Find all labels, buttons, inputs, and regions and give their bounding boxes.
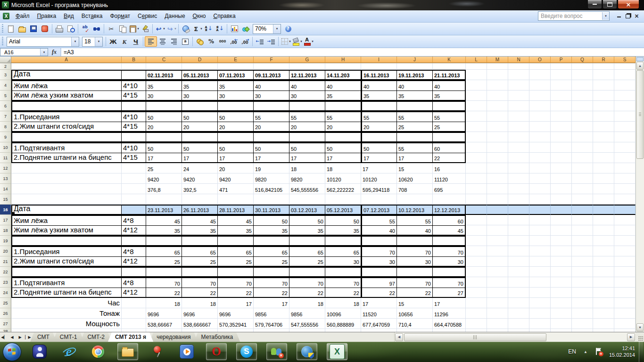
cell-l19[interactable]	[466, 236, 487, 246]
cell-r24[interactable]	[593, 288, 614, 298]
action-center-flag-icon[interactable]	[595, 347, 603, 356]
cell-o4[interactable]	[529, 80, 551, 90]
cell-c26[interactable]: 9696	[146, 308, 182, 319]
italic-button[interactable]: К	[119, 36, 130, 47]
cell-b7[interactable]: 4*10	[122, 111, 146, 122]
cell-s19[interactable]	[614, 236, 636, 246]
select-all-corner[interactable]	[0, 57, 11, 63]
cell-j22[interactable]	[397, 267, 433, 277]
cell-p19[interactable]	[551, 236, 572, 246]
cell-d27[interactable]: 538,666667	[182, 319, 218, 329]
cell-i13[interactable]: 10120	[361, 173, 397, 184]
cell-o3[interactable]	[529, 70, 551, 80]
cell-j10[interactable]: 55	[397, 142, 433, 153]
fill-handle[interactable]	[12, 212, 15, 215]
cell-f13[interactable]: 9820	[254, 173, 289, 184]
cell-m11[interactable]	[487, 153, 508, 163]
row-header-20[interactable]: 20	[0, 246, 11, 256]
cell-i15[interactable]	[361, 194, 397, 205]
network-app-taskbar-button[interactable]	[297, 343, 317, 360]
cell-f27[interactable]: 579,764706	[254, 319, 289, 329]
menu-edit[interactable]: Правка	[33, 11, 60, 21]
cell-e23[interactable]: 70	[218, 277, 254, 288]
cell-i27[interactable]: 677,647059	[361, 319, 397, 329]
cell-s27[interactable]	[614, 319, 636, 329]
cell-f3[interactable]: 09.11.2013	[254, 70, 289, 80]
cell-j11[interactable]: 17	[397, 153, 433, 163]
cell-c5[interactable]: 30	[146, 90, 182, 101]
cell-p3[interactable]	[551, 70, 572, 80]
cell-p13[interactable]	[551, 173, 572, 184]
cell-n13[interactable]	[508, 173, 529, 184]
menu-data[interactable]: Данные	[161, 11, 189, 21]
cell-o26[interactable]	[529, 308, 551, 319]
paste-button[interactable]	[128, 24, 140, 34]
cell-g21[interactable]: 25	[289, 256, 325, 267]
cell-a11[interactable]: 2.Поднятие штанги на бицепс	[11, 153, 122, 163]
cell-a27[interactable]: Мощность	[11, 319, 122, 329]
cell-l21[interactable]	[466, 256, 487, 267]
cell-o7[interactable]	[529, 111, 551, 122]
cell-r13[interactable]	[593, 173, 614, 184]
cell-h8[interactable]: 20	[325, 122, 361, 132]
cell-j13[interactable]: 10620	[397, 173, 433, 184]
cell-g8[interactable]: 20	[289, 122, 325, 132]
cell-g2[interactable]	[289, 63, 325, 70]
cell-s20[interactable]	[614, 246, 636, 256]
cell-p5[interactable]	[551, 90, 572, 101]
workbook-minimize-button[interactable]	[614, 13, 623, 20]
merge-center-button[interactable]	[180, 36, 191, 47]
column-header-m[interactable]: M	[487, 57, 508, 63]
cell-g4[interactable]: 40	[289, 80, 325, 90]
cell-n2[interactable]	[508, 63, 529, 70]
cell-p8[interactable]	[551, 122, 572, 132]
cell-h23[interactable]: 70	[325, 277, 361, 288]
cell-l2[interactable]	[466, 63, 487, 70]
cell-r18[interactable]	[593, 225, 614, 236]
cell-o16[interactable]	[529, 205, 551, 215]
cell-j9[interactable]	[397, 132, 433, 142]
cell-b25[interactable]	[122, 298, 146, 308]
column-header-d[interactable]: D	[182, 57, 218, 63]
cell-r25[interactable]	[593, 298, 614, 308]
cell-q15[interactable]	[572, 194, 593, 205]
cell-g19[interactable]	[289, 236, 325, 246]
cell-d23[interactable]: 70	[182, 277, 218, 288]
cell-q22[interactable]	[572, 267, 593, 277]
formula-input[interactable]: =A3	[61, 48, 644, 56]
row-header-21[interactable]: 21	[0, 256, 11, 267]
cell-m20[interactable]	[487, 246, 508, 256]
cell-i6[interactable]	[361, 101, 397, 111]
cell-i2[interactable]	[361, 63, 397, 70]
cell-q27[interactable]	[572, 319, 593, 329]
cell-a15[interactable]	[11, 194, 122, 205]
cell-q16[interactable]	[572, 205, 593, 215]
cell-m17[interactable]	[487, 215, 508, 225]
cell-c6[interactable]	[146, 101, 182, 111]
borders-button[interactable]	[280, 36, 291, 47]
row-header-14[interactable]: 14	[0, 184, 11, 194]
row-header-4[interactable]: 4	[0, 80, 11, 90]
row-header-15[interactable]: 15	[0, 194, 11, 205]
cell-p18[interactable]	[551, 225, 572, 236]
cell-r27[interactable]	[593, 319, 614, 329]
cell-d15[interactable]	[182, 194, 218, 205]
sheet-tab-cheredovaniya[interactable]: чередования	[149, 332, 198, 342]
cell-n14[interactable]	[508, 184, 529, 194]
cell-l9[interactable]	[466, 132, 487, 142]
help-button[interactable]	[282, 24, 294, 34]
cell-k16[interactable]: 12.12.2013	[433, 205, 466, 215]
cell-c20[interactable]: 65	[146, 246, 182, 256]
cell-f7[interactable]: 55	[254, 111, 289, 122]
cell-r21[interactable]	[593, 256, 614, 267]
cell-h14[interactable]: 562,222222	[325, 184, 361, 194]
cell-p26[interactable]	[551, 308, 572, 319]
row-header-6[interactable]: 6	[0, 101, 11, 111]
cell-s18[interactable]	[614, 225, 636, 236]
cell-m7[interactable]	[487, 111, 508, 122]
cell-g15[interactable]	[289, 194, 325, 205]
cell-m10[interactable]	[487, 142, 508, 153]
cell-q19[interactable]	[572, 236, 593, 246]
cell-l17[interactable]	[466, 215, 487, 225]
cell-r6[interactable]	[593, 101, 614, 111]
